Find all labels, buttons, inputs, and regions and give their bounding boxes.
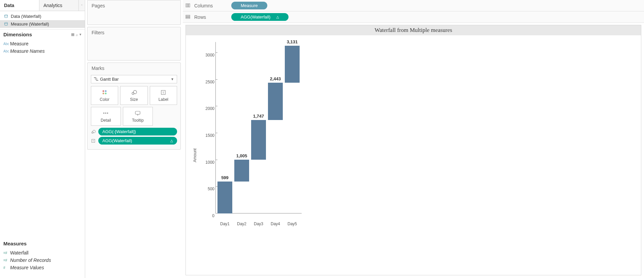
dimension-field[interactable]: Abc Measure	[0, 40, 85, 47]
columns-icon	[185, 3, 191, 8]
dimensions-list: Abc Measure Abc Measure Names	[0, 39, 85, 55]
text-type-icon: Abc	[3, 49, 10, 53]
bar[interactable]	[234, 160, 249, 182]
svg-text:T: T	[93, 140, 94, 142]
delta-icon: △	[276, 15, 279, 19]
marks-title: Marks	[88, 63, 180, 74]
chart-area[interactable]: Amount 050010001500200025003000 5991,005…	[186, 35, 641, 275]
mark-pill[interactable]: AGG(Waterfall) △	[98, 137, 177, 145]
label-icon: T	[91, 138, 96, 143]
bar-value-label: 2,443	[265, 76, 285, 81]
field-label: Waterfall	[10, 250, 29, 255]
plot: 050010001500200025003000 5991,0051,7472,…	[216, 42, 628, 213]
datasource-icon	[3, 22, 9, 27]
svg-rect-21	[186, 4, 187, 7]
svg-rect-22	[188, 4, 189, 7]
pill-label: Measure	[241, 3, 258, 8]
pill-label: AGG(Waterfall)	[102, 138, 168, 143]
chart-title[interactable]: Waterfall from Multiple measures	[186, 25, 641, 35]
svg-point-8	[105, 93, 106, 94]
pill-label: AGG(-[Waterfall])	[102, 129, 173, 134]
dimensions-title: Dimensions	[3, 32, 32, 37]
bar[interactable]	[251, 120, 266, 160]
data-panel: Data Analytics ▫ Data (Waterfall) Measur…	[0, 0, 85, 278]
dimension-field[interactable]: Abc Measure Names	[0, 47, 85, 55]
color-button[interactable]: Color	[91, 86, 118, 105]
measures-title: Measures	[3, 241, 27, 246]
size-icon	[91, 129, 96, 134]
measure-field[interactable]: # Measure Values	[0, 264, 85, 271]
color-icon	[93, 89, 116, 96]
mark-buttons-row2: Detail Tooltip	[91, 107, 153, 126]
y-tick-label: 3000	[199, 53, 214, 57]
svg-text:T: T	[163, 91, 165, 94]
tab-dropdown-icon[interactable]: ▫	[79, 0, 85, 11]
datasource-label: Data (Waterfall)	[11, 14, 41, 19]
dimensions-header: Dimensions ▦ ⌕ ▾	[0, 30, 85, 39]
tooltip-label: Tooltip	[125, 118, 151, 123]
bar-value-label: 3,131	[282, 39, 302, 44]
number-type-icon: #	[3, 266, 10, 270]
rows-label: Rows	[194, 14, 228, 20]
bars-container: 5991,0051,7472,4433,131	[216, 42, 628, 213]
svg-rect-4	[96, 80, 98, 81]
columns-pill[interactable]: Measure	[231, 2, 267, 9]
measure-field[interactable]: Waterfall	[0, 249, 85, 256]
bar-value-label: 599	[215, 175, 235, 180]
datasource-item[interactable]: Data (Waterfall)	[0, 12, 85, 20]
size-icon	[122, 89, 146, 96]
measure-field[interactable]: Number of Records	[0, 256, 85, 264]
detail-label: Detail	[93, 118, 119, 123]
rows-pill[interactable]: AGG(Waterfall) △	[231, 13, 289, 21]
datasource-icon	[3, 14, 9, 19]
svg-point-1	[5, 22, 8, 24]
pages-title: Pages	[88, 0, 180, 11]
tab-data[interactable]: Data	[0, 0, 39, 11]
svg-point-18	[93, 130, 95, 133]
menu-dropdown-icon[interactable]: ▾	[79, 32, 81, 37]
datasource-item[interactable]: Measure (Waterfall)	[0, 20, 85, 28]
y-tick-label: 1000	[199, 160, 214, 165]
columns-label: Columns	[194, 3, 228, 8]
calc-type-icon	[3, 251, 10, 255]
gantt-icon	[94, 77, 100, 82]
pages-card[interactable]: Pages	[87, 0, 181, 25]
svg-rect-14	[105, 113, 106, 114]
size-button[interactable]: Size	[120, 86, 147, 105]
measures-header: Measures	[0, 239, 85, 248]
rows-icon	[185, 15, 191, 19]
label-icon: T	[151, 89, 175, 96]
datasource-list: Data (Waterfall) Measure (Waterfall)	[0, 11, 85, 30]
y-axis-line	[215, 42, 216, 213]
svg-rect-26	[186, 17, 190, 18]
mark-pill[interactable]: AGG(-[Waterfall])	[98, 128, 177, 135]
rows-shelf[interactable]: Rows AGG(Waterfall) △	[183, 11, 644, 23]
svg-point-5	[102, 90, 104, 92]
tooltip-button[interactable]: Tooltip	[123, 107, 153, 126]
panel-tabs: Data Analytics ▫	[0, 0, 85, 11]
label-label: Label	[151, 97, 175, 102]
calc-type-icon	[3, 259, 10, 262]
svg-rect-16	[135, 111, 140, 114]
bar[interactable]	[217, 182, 232, 213]
bar[interactable]	[285, 46, 300, 83]
y-tick-label: 0	[199, 213, 214, 218]
mark-type-select[interactable]: Gantt Bar ▼	[91, 75, 177, 83]
mark-pill-row[interactable]: AGG(-[Waterfall])	[91, 128, 177, 135]
bar[interactable]	[268, 83, 283, 120]
size-label: Size	[122, 97, 146, 102]
view-grid-icon[interactable]: ▦	[71, 32, 74, 37]
measures-list: Waterfall Number of Records # Measure Va…	[0, 248, 85, 278]
columns-shelf[interactable]: Columns Measure	[183, 0, 644, 11]
pill-label: AGG(Waterfall)	[241, 14, 270, 19]
mark-buttons: Color Size T Label	[91, 86, 177, 105]
filters-card[interactable]: Filters	[87, 27, 181, 61]
filters-title: Filters	[88, 27, 180, 38]
search-icon[interactable]: ⌕	[76, 33, 78, 37]
tab-analytics[interactable]: Analytics	[39, 0, 79, 11]
field-label: Number of Records	[10, 257, 51, 263]
svg-rect-15	[107, 113, 108, 114]
label-button[interactable]: T Label	[150, 86, 177, 105]
detail-button[interactable]: Detail	[91, 107, 121, 126]
mark-pill-row[interactable]: T AGG(Waterfall) △	[91, 137, 177, 145]
